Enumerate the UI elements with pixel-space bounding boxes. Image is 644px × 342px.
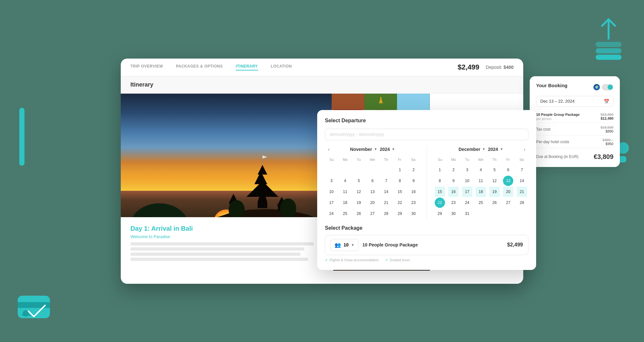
booking-row-package-label: 10 People Group Package per person	[536, 113, 580, 121]
nov-day-24[interactable]: 24	[326, 208, 336, 219]
dec-day-11[interactable]: 11	[476, 176, 486, 186]
nov-day-8[interactable]: 8	[395, 176, 405, 186]
booking-package-discounted: $12,490	[601, 116, 613, 120]
december-month-selector[interactable]: December ▼	[459, 147, 486, 152]
november-year-selector[interactable]: 2024 ▼	[380, 147, 395, 152]
dec-day-31[interactable]: 31	[462, 208, 472, 219]
dec-day-15[interactable]: 15	[435, 187, 445, 197]
nov-day-19[interactable]: 19	[354, 198, 364, 208]
december-month-chevron: ▼	[482, 147, 486, 151]
dec-day-29[interactable]: 29	[435, 208, 445, 219]
dec-day-30[interactable]: 30	[448, 208, 459, 219]
nov-day-20[interactable]: 20	[367, 198, 378, 208]
dec-day-20[interactable]: 20	[503, 187, 513, 197]
main-card: TRIP OVERVIEW PACKAGES & OPTIONS ITINERA…	[121, 59, 523, 284]
nov-day-25[interactable]: 25	[340, 208, 350, 219]
dec-day-25[interactable]: 25	[476, 198, 486, 208]
december-year-selector[interactable]: 2024 ▼	[488, 147, 503, 152]
dec-day-8[interactable]: 8	[435, 176, 445, 186]
nov-day-23[interactable]: 23	[408, 198, 419, 208]
nov-day-28[interactable]: 28	[381, 208, 391, 219]
dec-day-18[interactable]: 18	[476, 187, 486, 197]
toggle-handle	[608, 85, 613, 90]
november-selectors: November ▼ 2024 ▼	[350, 147, 395, 152]
people-selector[interactable]: 👥 10 ▼	[330, 239, 358, 251]
dec-day-22[interactable]: 22	[435, 198, 445, 208]
nov-day-6[interactable]: 6	[367, 176, 378, 186]
november-month-selector[interactable]: November ▼	[350, 147, 377, 152]
nov-empty-1	[326, 165, 336, 175]
nov-day-2[interactable]: 2	[408, 165, 419, 175]
nov-day-30[interactable]: 30	[408, 208, 419, 219]
dec-day-24[interactable]: 24	[462, 198, 472, 208]
nov-day-22[interactable]: 22	[395, 198, 405, 208]
prev-month-button[interactable]: ‹	[325, 145, 333, 153]
nov-day-1[interactable]: 1	[395, 165, 405, 175]
nov-day-17[interactable]: 17	[326, 198, 336, 208]
booking-row-package-sub: per person	[536, 117, 580, 121]
nov-day-12[interactable]: 12	[354, 187, 364, 197]
november-year-chevron: ▼	[392, 147, 395, 151]
check-icon-1: ✓	[325, 258, 328, 262]
nov-day-3[interactable]: 3	[326, 176, 336, 186]
svg-rect-19	[258, 202, 267, 208]
dec-day-12[interactable]: 12	[489, 176, 500, 186]
nov-day-21[interactable]: 21	[381, 198, 391, 208]
nav-tabs-right: $2,499 Deposit: $400	[458, 63, 514, 71]
nov-day-27[interactable]: 27	[367, 208, 378, 219]
dec-day-14[interactable]: 14	[517, 176, 527, 186]
dec-day-19[interactable]: 19	[489, 187, 500, 197]
december-days-header: Su Mo Tu We Th Fr Sa	[433, 156, 529, 163]
dec-day-4[interactable]: 4	[476, 165, 486, 175]
dec-day-6[interactable]: 6	[503, 165, 513, 175]
nov-day-14[interactable]: 14	[381, 187, 391, 197]
tab-location[interactable]: LOCATION	[271, 64, 292, 70]
toggle-switch[interactable]	[602, 84, 613, 90]
nov-day-11[interactable]: 11	[340, 187, 350, 197]
dec-day-26[interactable]: 26	[489, 198, 500, 208]
dec-day-5[interactable]: 5	[489, 165, 500, 175]
nov-day-10[interactable]: 10	[326, 187, 336, 197]
nov-day-18[interactable]: 18	[340, 198, 350, 208]
nov-day-15[interactable]: 15	[395, 187, 405, 197]
nov-day-29[interactable]: 29	[395, 208, 405, 219]
next-month-button[interactable]: ›	[521, 145, 528, 153]
svg-rect-0	[596, 42, 621, 47]
dec-day-3[interactable]: 3	[462, 165, 472, 175]
nov-day-13[interactable]: 13	[367, 187, 378, 197]
globe-icon: 🌍	[593, 84, 600, 90]
dec-day-16[interactable]: 16	[448, 187, 459, 197]
nov-day-4[interactable]: 4	[340, 176, 350, 186]
feature-2: ✓ Guided tours	[385, 258, 410, 262]
nov-day-26[interactable]: 26	[354, 208, 364, 219]
dec-day-9[interactable]: 9	[448, 176, 459, 186]
nov-day-9[interactable]: 9	[408, 176, 419, 186]
dec-day-21[interactable]: 21	[517, 187, 527, 197]
dec-day-23[interactable]: 23	[448, 198, 459, 208]
nov-day-16[interactable]: 16	[408, 187, 419, 197]
navigation-tabs: TRIP OVERVIEW PACKAGES & OPTIONS ITINERA…	[121, 59, 523, 76]
dec-day-1[interactable]: 1	[435, 165, 445, 175]
booking-panel-header: Your Booking 🌍	[536, 83, 613, 92]
december-month-name: December	[459, 147, 480, 152]
dec-day-13[interactable]: 13	[503, 176, 513, 186]
feature-1: ✓ Flights & Visas accommodation	[325, 258, 379, 262]
booking-row-hotel-label: Per-day hotel costs	[536, 140, 569, 144]
dec-day-27[interactable]: 27	[503, 198, 513, 208]
dec-day-17[interactable]: 17	[462, 187, 472, 197]
tab-trip-overview[interactable]: TRIP OVERVIEW	[130, 64, 163, 70]
dec-day-10[interactable]: 10	[462, 176, 472, 186]
dec-day-28[interactable]: 28	[517, 198, 527, 208]
main-price: $2,499	[458, 63, 479, 71]
booking-hotel-val2: $950	[606, 142, 613, 146]
dec-day-7[interactable]: 7	[517, 165, 527, 175]
tab-packages-options[interactable]: PACKAGES & OPTIONS	[176, 64, 223, 70]
dec-day-2[interactable]: 2	[448, 165, 459, 175]
svg-point-27	[280, 199, 296, 218]
nov-day-7[interactable]: 7	[381, 176, 391, 186]
select-package-section: Select Package 👥 10 ▼ 10 People Group Pa…	[325, 225, 528, 262]
nov-day-5[interactable]: 5	[354, 176, 364, 186]
date-range-input[interactable]: dd/month/yyyy – dd/month/yyyy	[325, 129, 528, 140]
booking-dates[interactable]: Dec 13 – 22, 2024 📅	[536, 96, 613, 107]
tab-itinerary[interactable]: ITINERARY	[236, 64, 258, 70]
